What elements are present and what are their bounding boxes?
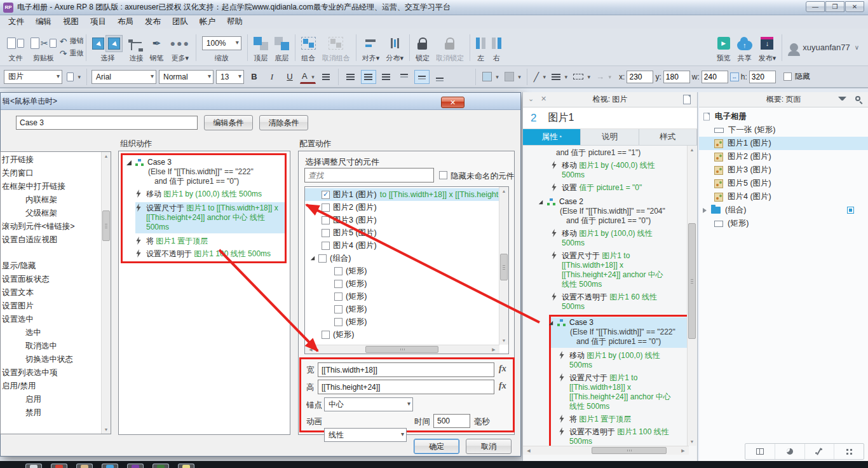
widget-row[interactable]: (矩形) (305, 265, 508, 277)
unlock-tool[interactable]: 取消锁定 (433, 31, 467, 64)
tab-style[interactable]: 样式 (639, 129, 697, 145)
widget-checkbox[interactable] (334, 305, 342, 313)
widget-row[interactable]: 图片5 (图片) (305, 226, 508, 239)
filter-funnel-icon[interactable] (838, 97, 846, 100)
outline-pages-toggle[interactable] (745, 444, 775, 459)
tab-properties[interactable]: 属性* (523, 129, 581, 145)
cancel-button[interactable]: 取消 (466, 439, 512, 454)
close-button[interactable]: ✕ (845, 1, 864, 12)
widget-row[interactable]: 图片4 (图片) (305, 239, 508, 252)
menu-publish[interactable]: 发布 (139, 15, 166, 29)
action-row[interactable]: 设置 值于 picture1 = "0" (551, 183, 689, 193)
share-tool[interactable]: ↑ 共享 (734, 31, 756, 64)
widget-checkbox[interactable] (334, 318, 342, 326)
case-block[interactable]: Case 2 (Else If "[[This.width]]" == "204… (541, 197, 689, 226)
case-row[interactable]: Case 3 (126, 158, 281, 167)
taskbar-app[interactable] (51, 464, 67, 468)
taskbar-app[interactable] (102, 464, 118, 468)
taskbar-app[interactable] (127, 464, 144, 468)
widget-row-group[interactable]: (组合) (305, 252, 508, 265)
widget-checkbox[interactable] (318, 254, 327, 263)
outline-item[interactable]: 图片4 (图片) (699, 190, 868, 203)
bring-to-front-tool[interactable]: 顶层 (250, 31, 271, 64)
menu-help[interactable]: 帮助 (221, 15, 248, 29)
font-color-button[interactable]: A (300, 70, 316, 84)
h-input[interactable] (749, 71, 776, 83)
taskbar-app[interactable] (25, 464, 42, 468)
align-right-button[interactable] (379, 70, 394, 84)
outline-contrast-toggle[interactable] (775, 444, 805, 459)
widget-row[interactable]: 图片1 (图片) to [[This.width+18]] x [[This.h… (305, 188, 508, 201)
valign-bottom-button[interactable] (432, 70, 447, 84)
action-row[interactable]: 设置尺寸于 图片1 to [[This.width+18]] x [[This.… (559, 373, 689, 411)
action-row[interactable]: 设置不透明于 图片1 60 线性 500ms (551, 292, 689, 312)
file-tool[interactable]: 文件 (4, 31, 27, 64)
pen-tool[interactable]: ✒ 钢笔 (146, 31, 166, 64)
connect-tool[interactable]: 连接 (126, 31, 146, 64)
send-to-back-tool[interactable]: 底层 (271, 31, 292, 64)
widget-checkbox[interactable] (322, 216, 330, 224)
redo-button[interactable]: ↷重做 (60, 48, 84, 59)
italic-button[interactable]: I (264, 70, 280, 84)
x-input[interactable] (627, 71, 653, 83)
action-type-item[interactable]: 禁用 (1, 406, 111, 420)
action-type-item[interactable]: 启用/禁用 (1, 380, 111, 393)
widget-row[interactable]: (矩形) (305, 315, 508, 328)
action-type-item[interactable]: 取消选中 (1, 340, 111, 353)
align-left-button[interactable] (343, 70, 358, 84)
close-panel-icon[interactable]: ✕ (541, 95, 546, 102)
menu-edit[interactable]: 编辑 (30, 15, 57, 29)
width-input[interactable] (318, 362, 494, 377)
link-wh-icon[interactable]: ↔ (730, 72, 739, 81)
action-type-item[interactable]: 滚动到元件<锚链接> (1, 220, 111, 233)
action-row[interactable]: 移动 图片1 by (100,0) 线性 500ms (559, 351, 689, 370)
case-name-input[interactable] (16, 116, 198, 130)
w-input[interactable] (702, 71, 728, 83)
outline-item[interactable]: (矩形) (699, 217, 868, 230)
valign-middle-button[interactable] (414, 70, 430, 84)
expand-triangle-icon[interactable] (126, 160, 132, 165)
distribute-tool[interactable]: 分布▾ (383, 31, 407, 64)
font-size-select[interactable]: 13 (216, 70, 244, 84)
action-type-item[interactable]: 关闭窗口 (1, 167, 111, 180)
widget-checkbox[interactable] (334, 267, 342, 275)
action-row[interactable]: 将 图片1 置于顶层 (559, 415, 689, 424)
taskbar-app[interactable] (76, 464, 93, 468)
width-fx-button[interactable]: fx (499, 364, 506, 374)
account-menu[interactable]: xuyuanfan77 ∨ (785, 31, 864, 64)
style-editor-button[interactable] (65, 70, 82, 84)
action-type-item[interactable]: 设置选中 (1, 313, 111, 326)
action-type-item[interactable]: 启用 (1, 393, 111, 406)
select-tool[interactable]: 选择 (89, 31, 126, 64)
clear-condition-button[interactable]: 清除条件 (259, 115, 308, 130)
ungroup-tool[interactable]: 取消组合 (319, 31, 353, 64)
hide-checkbox[interactable] (783, 72, 792, 81)
action-row[interactable]: 移动 图片1 by (-400,0) 线性 500ms (551, 161, 689, 180)
inspector-vscrollbar[interactable]: ▲▼ (687, 146, 696, 446)
align-tool[interactable]: 对齐▾ (359, 31, 383, 64)
widget-checkbox[interactable] (322, 203, 330, 212)
widget-style-select[interactable]: 图片 (4, 70, 62, 84)
widget-checkbox[interactable] (322, 242, 330, 250)
action-row[interactable]: 将 图片1 置于顶层 (135, 237, 281, 246)
action-type-item[interactable]: 设置列表选中项 (1, 366, 111, 380)
widget-checkbox[interactable] (322, 331, 330, 339)
valign-top-button[interactable] (397, 70, 412, 84)
preview-tool[interactable]: ▶ 预览 (714, 31, 734, 64)
line-style-button[interactable] (571, 70, 592, 84)
y-input[interactable] (663, 71, 690, 83)
widget-row[interactable]: (矩形) (305, 290, 508, 303)
undock-icon[interactable]: ⌄ (528, 95, 534, 102)
taskbar-app[interactable] (153, 464, 169, 468)
expand-triangle-icon[interactable] (311, 256, 315, 260)
menu-layout[interactable]: 布局 (112, 15, 139, 29)
inspector-hscrollbar[interactable]: ◀▶ (523, 446, 689, 455)
case-block-selected[interactable]: Case 3 (Else If "[[This.width]]" == "222… (551, 317, 689, 348)
shadow-button[interactable] (503, 70, 522, 84)
height-input[interactable] (318, 380, 494, 394)
adaptive-view-icon[interactable] (847, 207, 854, 214)
action-type-item[interactable]: 设置面板状态 (1, 273, 111, 286)
widget-row[interactable]: (矩形) (305, 277, 508, 290)
action-type-item[interactable]: 父级框架 (1, 207, 111, 220)
widget-row[interactable]: 图片3 (图片) (305, 214, 508, 226)
